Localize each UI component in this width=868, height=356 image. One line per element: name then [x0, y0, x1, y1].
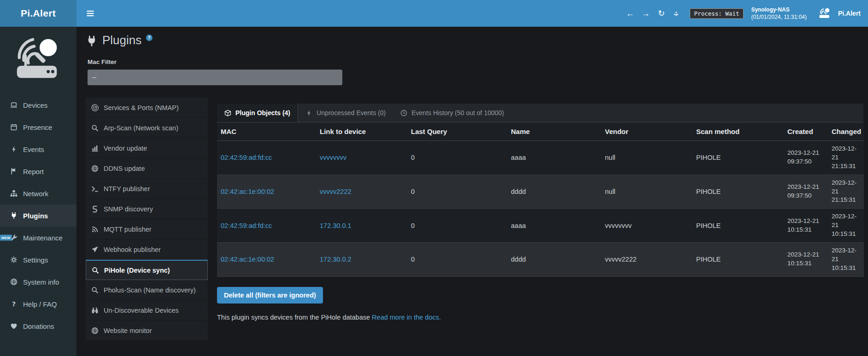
mac-link[interactable]: 02:42:ac:1e:00:02	[221, 188, 274, 195]
mac-filter-input[interactable]	[88, 70, 342, 85]
column-header-name: Name	[507, 123, 601, 141]
plugin-nav-item-services-ports-nmap[interactable]: Services & Ports (NMAP)	[86, 98, 208, 118]
tab-plugin-objects-4[interactable]: Plugin Objects (4)	[217, 104, 298, 122]
plugin-nav-label: NTFY publisher	[104, 185, 150, 193]
bolt-icon	[305, 110, 312, 117]
pialert-logo-icon	[817, 6, 833, 20]
cell-created: 2023-12-2110:15:31	[784, 243, 828, 277]
tab-events-history-50-out-of-10000[interactable]: Events History (50 out of 10000)	[393, 104, 511, 122]
sidebar-item-label: Presence	[23, 123, 52, 131]
plugin-nav-item-mqtt-publisher[interactable]: MQTT publisher	[86, 219, 208, 239]
plugin-nav: Services & Ports (NMAP)Arp-Scan (Network…	[86, 98, 208, 341]
mac-link[interactable]: 02:42:ac:1e:00:02	[221, 256, 274, 263]
cell-name: dddd	[507, 243, 601, 277]
process-status-badge: Process: Wait	[690, 8, 744, 19]
back-icon[interactable]: ←	[623, 9, 637, 18]
mac-link[interactable]: 02:42:59:ad:fd:cc	[221, 222, 272, 229]
broadcast-icon	[91, 226, 99, 233]
sidebar-item-label: Maintenance	[23, 234, 63, 242]
plugin-nav-label: Services & Ports (NMAP)	[104, 104, 179, 111]
sidebar-item-label: Plugins	[23, 212, 48, 220]
search-icon	[92, 267, 99, 274]
sidebar-item-settings[interactable]: Settings	[0, 249, 76, 271]
brand-logo[interactable]: Pi.Alert	[0, 0, 76, 27]
plugin-nav-item-un-discoverable-devices[interactable]: Un-Discoverable Devices	[86, 300, 208, 321]
cell-scan-method: PIHOLE	[692, 175, 784, 209]
cell-vendor: null	[601, 141, 692, 175]
refresh-icon[interactable]: ↻	[655, 8, 669, 18]
table-row: 02:42:59:ad:fd:cc172.30.0.10aaaavvvvvvvv…	[217, 209, 864, 243]
sidebar-item-report[interactable]: Report	[0, 160, 76, 182]
app-root: Pi.Alert ← → ↻ ↔↕ Process: Wait Synology…	[0, 0, 868, 356]
column-header-changed: Changed	[828, 123, 864, 141]
sidebar-item-label: Donations	[23, 322, 54, 330]
plugin-nav-item-website-monitor[interactable]: Website monitor	[86, 321, 208, 341]
column-header-created: Created	[784, 123, 828, 141]
cell-changed: 2023-12-2121:15:31	[828, 175, 864, 209]
plug-icon	[86, 35, 98, 47]
sidebar-item-label: Network	[23, 190, 48, 198]
plugin-nav-label: Arp-Scan (Network scan)	[104, 124, 178, 132]
plugin-note: This plugin syncs devices from the PiHol…	[217, 314, 863, 321]
delete-all-button[interactable]: Delete all (filters are ignored)	[217, 287, 323, 303]
sidebar-item-plugins[interactable]: Plugins	[0, 204, 76, 227]
tab-unprocessed-events-0[interactable]: Unprocessed Events (0)	[298, 104, 393, 122]
sidebar-item-donations[interactable]: Donations	[0, 315, 76, 337]
sidebar-item-devices[interactable]: Devices	[0, 94, 76, 116]
cell-link-to-device: 172.30.0.2	[316, 243, 407, 277]
cell-mac: 02:42:ac:1e:00:02	[217, 243, 316, 277]
mac-filter-block: Mac Filter	[88, 58, 863, 85]
cell-mac: 02:42:59:ad:fd:cc	[217, 141, 316, 175]
tab-label: Plugin Objects (4)	[235, 109, 290, 117]
plugin-nav-item-vendor-update[interactable]: Vendor update	[86, 138, 208, 158]
help-badge[interactable]: ?	[146, 35, 152, 41]
link-to-device-link[interactable]: vvvvv2222	[320, 188, 352, 195]
plugin-nav-item-pholus-scan-name-discovery[interactable]: Pholus-Scan (Name discovery)	[86, 280, 208, 300]
plugin-objects-table: MACLink to deviceLast QueryNameVendorSca…	[217, 123, 864, 277]
sidebar-item-label: Help / FAQ	[23, 300, 57, 308]
globe-icon	[10, 278, 18, 286]
new-badge: NEW	[0, 235, 12, 241]
sidebar-item-events[interactable]: Events	[0, 138, 76, 160]
table-row: 02:42:59:ad:fd:ccvvvvvvvv0aaaanullPIHOLE…	[217, 141, 864, 175]
search-icon	[91, 286, 99, 294]
sidebar-item-label: Events	[23, 146, 44, 153]
menu-toggle-button[interactable]	[76, 0, 104, 27]
host-info: Synology-NAS (01/01/2024, 11:31:04)	[751, 6, 807, 21]
binoculars-icon	[91, 307, 99, 314]
forward-icon[interactable]: →	[639, 9, 653, 18]
mac-link[interactable]: 02:42:59:ad:fd:cc	[221, 154, 272, 161]
move-icon[interactable]: ↔↕	[670, 8, 682, 18]
sidebar-item-network[interactable]: Network	[0, 182, 76, 204]
sidebar-item-maintenance[interactable]: MaintenanceNEW	[0, 227, 76, 249]
docs-link[interactable]: Read more in the docs.	[372, 314, 441, 321]
plugin-nav-item-pihole-device-sync[interactable]: PiHole (Device sync)	[86, 260, 208, 280]
sidebar-item-presence[interactable]: Presence	[0, 116, 76, 138]
tab-label: Events History (50 out of 10000)	[411, 109, 504, 117]
sidebar-menu: DevicesPresenceEventsReportNetworkPlugin…	[0, 94, 76, 337]
sidebar-item-help-faq[interactable]: ?Help / FAQ	[0, 293, 76, 315]
sidebar-item-system-info[interactable]: System info	[0, 271, 76, 293]
cell-changed: 2023-12-2110:15:31	[828, 243, 864, 277]
column-header-vendor: Vendor	[601, 123, 692, 141]
cell-link-to-device: 172.30.0.1	[316, 209, 407, 243]
cell-scan-method: PIHOLE	[692, 141, 784, 175]
link-to-device-link[interactable]: 172.30.0.2	[320, 256, 352, 263]
cell-scan-method: PIHOLE	[692, 243, 784, 277]
app-name: Pi.Alert	[838, 10, 861, 17]
plugin-nav-item-webhook-publisher[interactable]: Webhook publisher	[86, 239, 208, 260]
cell-last-query: 0	[407, 141, 507, 175]
bolt-icon	[10, 146, 18, 153]
plugin-nav-item-ntfy-publisher[interactable]: NTFY publisher	[86, 179, 208, 199]
plugin-nav-item-ddns-update[interactable]: DDNS update	[86, 158, 208, 179]
link-to-device-link[interactable]: vvvvvvvv	[320, 154, 346, 161]
plugin-nav-item-snmp-discovery[interactable]: SNMP discovery	[86, 199, 208, 219]
plugin-nav-item-arp-scan-network-scan[interactable]: Arp-Scan (Network scan)	[86, 118, 208, 138]
sitemap-icon	[10, 190, 18, 197]
heart-icon	[10, 322, 18, 330]
cell-mac: 02:42:59:ad:fd:cc	[217, 209, 316, 243]
link-to-device-link[interactable]: 172.30.0.1	[320, 222, 352, 229]
cell-vendor: vvvvv2222	[601, 243, 692, 277]
header: Pi.Alert ← → ↻ ↔↕ Process: Wait Synology…	[0, 0, 868, 27]
cell-last-query: 0	[407, 175, 507, 209]
